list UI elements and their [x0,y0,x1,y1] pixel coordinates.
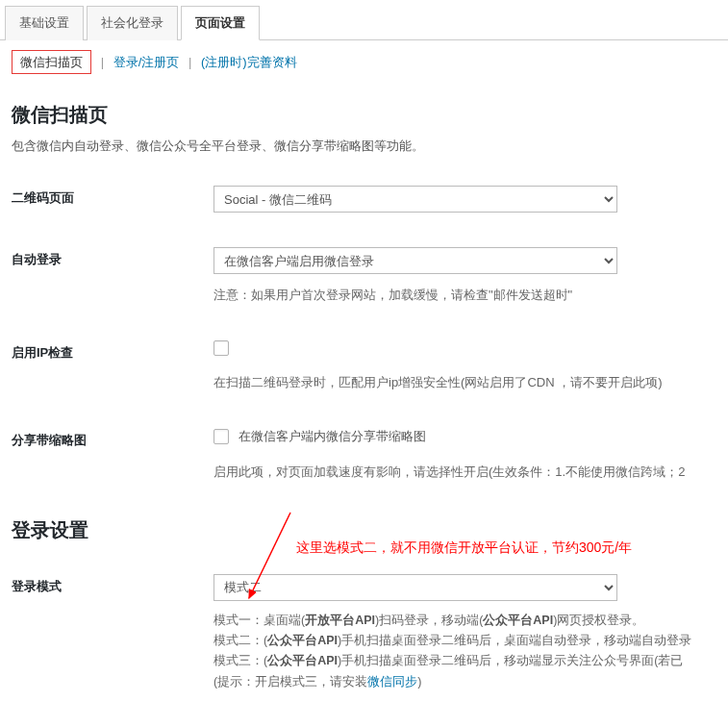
subtab-separator: | [101,55,104,69]
login-mode-desc: 模式一：桌面端(开放平台API)扫码登录，移动端(公众平台API)网页授权登录。… [213,611,716,692]
row-qrcode-page: 二维码页面 Social - 微信二维码 [12,186,716,213]
main-tabs: 基础设置 社会化登录 页面设置 [0,0,728,40]
tab-social-login[interactable]: 社会化登录 [87,6,178,40]
select-auto-login[interactable]: 在微信客户端启用微信登录 [213,247,617,274]
row-ip-check: 启用IP检查 在扫描二维码登录时，匹配用户ip增强安全性(网站启用了CDN ，请… [12,340,716,393]
note-share-thumb: 启用此项，对页面加载速度有影响，请选择性开启(生效条件：1.不能使用微信跨域；2 [213,463,716,483]
note-auto-login: 注意：如果用户首次登录网站，加载缓慢，请检查"邮件发送超时" [213,286,716,306]
row-auto-login: 自动登录 在微信客户端启用微信登录 注意：如果用户首次登录网站，加载缓慢，请检查… [12,247,716,306]
note-ip-check: 在扫描二维码登录时，匹配用户ip增强安全性(网站启用了CDN ，请不要开启此项) [213,373,716,393]
row-share-thumb: 分享带缩略图 在微信客户端内微信分享带缩略图 启用此项，对页面加载速度有影响，请… [12,428,716,483]
subtab-complete-profile[interactable]: (注册时)完善资料 [201,55,297,69]
sub-tabs: 微信扫描页 | 登录/注册页 | (注册时)完善资料 [0,40,728,85]
row-login-mode: 这里选模式二，就不用微信开放平台认证，节约300元/年 登录模式 模式二 模式一… [12,574,716,692]
checkbox-ip-check[interactable] [213,340,229,356]
label-ip-check: 启用IP检查 [12,340,213,362]
subtab-wechat-scan[interactable]: 微信扫描页 [12,50,91,74]
label-qrcode-page: 二维码页面 [12,186,213,207]
select-qrcode-page[interactable]: Social - 微信二维码 [213,186,617,213]
section-desc: 包含微信内自动登录、微信公众号全平台登录、微信分享带缩略图等功能。 [12,138,716,155]
subtab-separator: | [188,55,191,69]
section-title-wechat-scan: 微信扫描页 [12,102,716,128]
select-login-mode[interactable]: 模式二 [213,574,617,601]
label-auto-login: 自动登录 [12,247,213,268]
tab-page-settings[interactable]: 页面设置 [181,6,260,40]
label-login-mode: 登录模式 [12,574,213,595]
subtab-login-register[interactable]: 登录/注册页 [113,55,180,69]
annotation-text: 这里选模式二，就不用微信开放平台认证，节约300元/年 [296,539,632,557]
checkbox-share-thumb[interactable] [213,429,229,444]
link-wechat-sync[interactable]: 微信同步 [367,675,417,689]
label-share-thumb: 分享带缩略图 [12,428,213,449]
checkbox-label-share-thumb: 在微信客户端内微信分享带缩略图 [238,429,426,443]
tab-basic[interactable]: 基础设置 [5,6,84,40]
